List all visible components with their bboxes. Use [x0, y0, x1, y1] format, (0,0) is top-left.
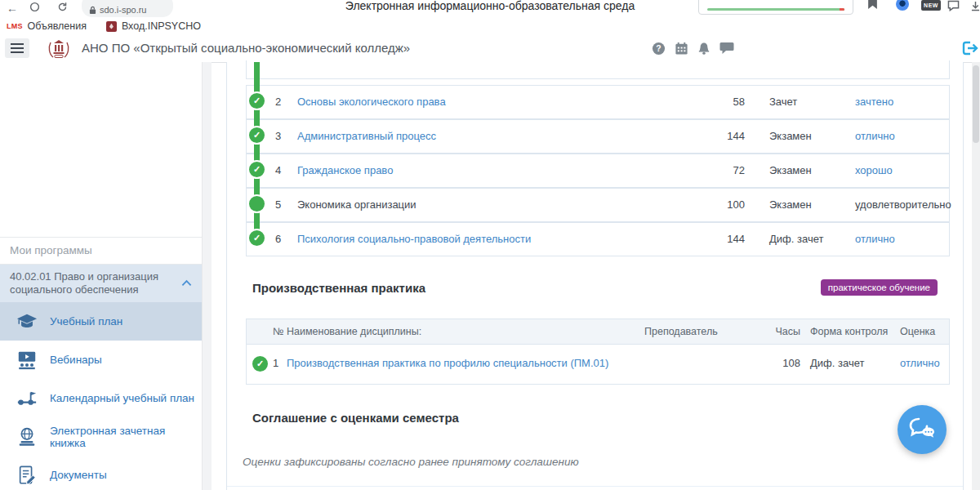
hours-value: 72 [688, 154, 745, 187]
agreement-note: Оценки зафиксированы согласно ранее прин… [243, 456, 579, 468]
support-chat-button[interactable] [898, 405, 947, 454]
hours-value: 144 [688, 223, 745, 256]
hours-value: 58 [688, 86, 745, 118]
chat-bubbles-icon [907, 416, 937, 443]
bookmarks-bar: LMS Объявления Вход.INPSYCHO [0, 18, 980, 35]
menu-toggle-button[interactable] [5, 38, 29, 58]
col-grade: Оценка [900, 319, 935, 344]
pending-dot-icon [247, 194, 266, 213]
milestones-flag-icon [16, 388, 38, 409]
control-form: Диф. зачет [769, 223, 823, 256]
chat-icon[interactable] [719, 42, 734, 55]
webinar-icon [16, 350, 38, 371]
hours-value: 100 [688, 189, 745, 221]
calendar-icon[interactable] [675, 42, 688, 56]
inpsycho-favicon [106, 21, 117, 32]
feedback-bubble-icon[interactable] [947, 0, 960, 11]
practice-section-title: Производственная практика [252, 281, 425, 295]
completed-check-icon: ✓ [247, 126, 266, 145]
bookmark-flag-icon[interactable] [867, 0, 878, 10]
download-icon[interactable] [971, 1, 980, 11]
reviews-bar-tip [840, 8, 844, 11]
sidebar-item-curriculum[interactable]: Учебный план [0, 302, 202, 341]
grade-link[interactable]: отлично [855, 223, 895, 256]
program-title: 40.02.01 Право и организация социального… [10, 270, 158, 296]
col-hours: Часы [753, 319, 800, 344]
organization-title: АНО ПО «Открытый социально-экономический… [82, 34, 410, 62]
new-extension-badge[interactable]: NEW [921, 0, 941, 11]
sidebar-item-calendar-plan[interactable]: Календарный учебный план [0, 379, 202, 417]
sidebar-item-gradebook[interactable]: Электронная зачетная книжка [0, 417, 202, 456]
row-number: 6 [275, 223, 281, 256]
control-form: Экзамен [769, 154, 812, 187]
completed-check-icon: ✓ [247, 91, 266, 110]
table-row: 6 Психология социально-правовой деятельн… [246, 222, 950, 256]
control-form: Зачет [769, 86, 797, 118]
row-number: 5 [275, 189, 281, 221]
discipline-name: Экономика организации [297, 189, 416, 221]
grade-link[interactable]: отлично [855, 120, 895, 153]
col-discipline: Наименование дисциплины: [287, 319, 421, 344]
hours-value: 108 [753, 343, 800, 384]
row-number: 2 [275, 86, 281, 118]
practice-badge: практическое обучение [821, 279, 938, 296]
row-number: 1 [273, 343, 278, 384]
table-row: 2 Основы экологического права 58 Зачет з… [246, 85, 950, 119]
row-number: 4 [275, 154, 281, 187]
bell-icon[interactable] [697, 42, 710, 56]
sidebar-item-webinars[interactable]: Вебинары [0, 341, 202, 379]
curriculum-panel: 2 Основы экологического права 58 Зачет з… [226, 62, 964, 490]
college-logo [47, 36, 71, 60]
row-number: 3 [275, 120, 281, 153]
globe-book-icon [16, 426, 38, 448]
control-form: Диф. зачет [810, 343, 864, 384]
table-row-partial [246, 60, 950, 79]
app-header: АНО ПО «Открытый социально-экономический… [0, 34, 980, 63]
sidebar-item-documents[interactable]: Документы [0, 456, 202, 490]
logout-icon[interactable] [960, 39, 978, 57]
control-form: Экзамен [769, 189, 812, 221]
discipline-link[interactable]: Психология социально-правовой деятельнос… [297, 223, 531, 256]
col-teacher: Преподаватель [644, 319, 718, 344]
discipline-link[interactable]: Основы экологического права [297, 86, 446, 118]
sidebar-item-label: Учебный план [50, 315, 122, 327]
grade-link[interactable]: хорошо [855, 154, 893, 187]
sidebar: Мои программы 40.02.01 Право и организац… [0, 62, 202, 490]
sidebar-section-title: Мои программы [0, 237, 202, 265]
grade-value: удовлетворительно [855, 189, 951, 221]
bookmark-label: Вход.INPSYCHO [122, 20, 201, 32]
table-row: 4 Гражданское право 72 Экзамен хорошо [246, 154, 950, 188]
completed-check-icon: ✓ [247, 229, 266, 247]
lms-favicon: LMS [7, 22, 23, 30]
agreement-section-title: Соглашение с оценками семестра [252, 411, 459, 425]
grade-link[interactable]: зачтено [855, 86, 893, 118]
document-pencil-icon [16, 465, 38, 486]
control-form: Экзамен [769, 120, 812, 153]
sidebar-scrollbar[interactable] [202, 62, 212, 490]
discipline-link[interactable]: Гражданское право [297, 154, 393, 187]
completed-check-icon: ✓ [247, 160, 266, 179]
col-number: № [273, 319, 283, 344]
col-control-form: Форма контроля [810, 319, 888, 344]
table-row: 5 Экономика организации 100 Экзамен удов… [246, 188, 950, 222]
discipline-link[interactable]: Производственная практика по профилю спе… [287, 343, 608, 384]
help-icon[interactable]: ? [652, 42, 666, 56]
sidebar-item-label: Электронная зачетная книжка [50, 425, 202, 449]
reviews-bar [707, 8, 844, 11]
svg-text:?: ? [656, 44, 661, 53]
reviews-widget[interactable]: 45 отзывов [698, 0, 853, 15]
bookmark-announcements[interactable]: LMS Объявления [7, 20, 87, 32]
hours-value: 144 [688, 120, 745, 153]
practice-table-header: № Наименование дисциплины: Преподаватель… [246, 318, 950, 345]
bookmark-inpsycho[interactable]: Вход.INPSYCHO [106, 20, 201, 32]
grade-link[interactable]: отлично [900, 343, 940, 384]
chevron-up-icon [181, 279, 192, 287]
discipline-link[interactable]: Административный процесс [297, 120, 436, 153]
sidebar-item-label: Календарный учебный план [50, 392, 194, 404]
bookmark-label: Объявления [28, 20, 87, 32]
table-row: 3 Административный процесс 144 Экзамен о… [246, 119, 950, 154]
page-scrollbar-thumb[interactable] [973, 65, 979, 143]
sidebar-program-header[interactable]: 40.02.01 Право и организация социального… [0, 265, 202, 302]
table-row: ✓ 1 Производственная практика по профилю… [246, 343, 950, 385]
browser-toolbar: ← sdo.i-spo.ru Электронная информационно… [0, 0, 980, 18]
